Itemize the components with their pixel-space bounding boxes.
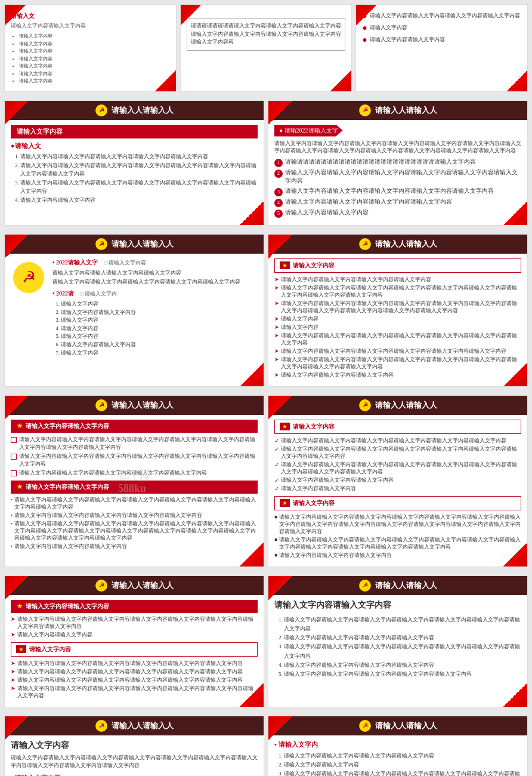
arr-item: ➤请输入文字内容请输入文字内容请输入文字内容请输入文字内容请输入文字内容请输入文…: [11, 669, 258, 676]
arr-item: ➤请输入文字内容请输入文字内容: [11, 632, 258, 639]
banner-text-2: 请输入文字内容: [29, 645, 71, 654]
svg-text:☭: ☭: [363, 402, 368, 408]
list-item: 请输入文字内容: [19, 56, 170, 62]
svg-text:☭: ☭: [363, 582, 368, 589]
svg-text:☭: ☭: [363, 107, 368, 113]
list-item: 请输入文字内容请输入文字内容请输入文字内容请输入文字内容请输入文字内容: [20, 153, 258, 161]
slide-header: ☭ 请输入人请输入人: [5, 396, 264, 415]
list-item: 请输入文字内容: [19, 70, 170, 77]
header-text: 请输入人请输入人: [375, 580, 437, 591]
bullet-item-3: ● 请输入文字内容请输入文字内容: [362, 36, 521, 44]
svg-text:☭: ☭: [363, 722, 368, 729]
list-item: 请输入文字内容请输入文字内容请输入文字内容请输入文字内容请输入文字内容请输入文字…: [284, 769, 521, 776]
party-emblem-icon: ☭: [358, 579, 372, 592]
bullet-item: •请输入文字内容请输入文字内容请输入文字内容请输入文字内容请输入文字内容请输入文…: [11, 497, 258, 511]
chevron-item: ➤请输入文字内容请输入文字内容请输入文字内容请输入文字内容请输入文字内容请输入文…: [274, 285, 521, 299]
slide-header: ☭ 请输入人请输入人: [268, 576, 527, 595]
slide-3-2: ☭ 请输入人请输入人 ★ 请输入文字内容 ➤请输入文字内容请输入文字内容请输入文…: [268, 234, 528, 387]
list-item: 请输入文字内容: [61, 349, 258, 358]
checkbox-list-1: 请输入文字内容请输入文字内容请输入文字内容请输入文字内容请输入文字内容请输入文字…: [11, 436, 258, 477]
check-item: ✓请输入文字内容请输入文字内容: [274, 485, 521, 492]
list-item: 请输入文字内容请输入文字内容请输入文字内容请输入文字内容: [284, 661, 521, 670]
year-label: • 2022请输入文字: [52, 259, 98, 266]
bullet-item-1: ● 请输入文字内容请输入文字内容请输入文字内容请输入文字内容: [362, 12, 521, 20]
chevron-item: ➤请输入文字内容: [274, 324, 521, 331]
svg-text:☭: ☭: [99, 722, 104, 729]
slide-2-2: ☭ 请输入人请输入人 ● 请输2022请输入文字 请输入文字内容请输入文字内容请…: [268, 100, 528, 226]
slide-2-1: ☭ 请输入人请输入人 请输入文字内容 ●请输入文 请输入文字内容请输入文字内容请…: [4, 100, 264, 226]
arr-item: ➤请输入文字内容请输入文字内容请输入文字内容请输入文字内容请输入文字内容请输入文…: [11, 685, 258, 700]
arrow-banner: ● 请输2022请输入文字: [274, 125, 343, 137]
list-item: 请输入文字内容: [19, 63, 170, 69]
slide-header: ☭ 请输入人请输入人: [5, 716, 264, 735]
year-arrow-row: ● 请输2022请输入文字: [274, 125, 521, 137]
svg-text:☭: ☭: [99, 107, 104, 113]
svg-text:☭: ☭: [99, 582, 104, 589]
slide-6-2: ☭ 请输入人请输入人 • 请输入文字内 请输入文字内容请输入文字内容请输入文字内…: [268, 716, 528, 777]
chevron-item: ➤请输入文字内容请输入文字内容请输入文字内容请输入文字内容请输入文字内容请输入文…: [274, 332, 521, 347]
square-list-2: ■请输入文字内容请输入文字内容请输入文字内容请输入文字内容请输入文字内容请输入文…: [274, 514, 521, 559]
header-text: 请输入人请输入人: [375, 105, 437, 116]
red-banner-bottom: ★ 请输入文字内容请输入文字内容: [11, 481, 258, 494]
chk-item: 请输入文字内容请输入文字内容请输入文字内容请输入文字内容请输入文字内容请输入文字…: [11, 436, 258, 451]
arr-item: ➤请输入文字内容请输入文字内容请输入文字内容请输入文字内容请输入文字内容请输入文…: [11, 660, 258, 667]
list-item: 请输入文字内容: [61, 325, 258, 333]
numbered-list: 请输入文字内容请输入文字内容请输入文字内容请输入文字内容请输入文字内容请输入文字…: [274, 615, 521, 679]
slide-1-3: ● 请输入文字内容请输入文字内容请输入文字内容请输入文字内容 ● 请输入文字内容…: [355, 4, 528, 92]
list-item: 请输入文字内容: [61, 316, 258, 325]
bullet-list-2: •请输入文字内容请输入文字内容请输入文字内容请输入文字内容请输入文字内容请输入文…: [11, 497, 258, 550]
header-text: 请输入人请输入人: [375, 720, 437, 731]
chevron-item: ➤请输入文字内容请输入文字内容请输入文字内容: [274, 372, 521, 379]
desc-2: 请输入文字内容请输入文字内容请输入文字内容请输入文字内容请输入文字内容: [52, 278, 258, 286]
slide1-title: 请输入文: [11, 12, 170, 20]
list-item: 请输入文字内容: [19, 48, 170, 54]
sq-item: ■请输入文字内容请输入文字内容请输入文字内容请输入文字内容请输入文字内容请输入文…: [274, 537, 521, 551]
year-row-1: • 2022请输入文字 □ 请输入文字内容: [52, 258, 258, 267]
banner-text: 请输入文字内容: [293, 423, 335, 431]
num-item-3: 3请输入文字内容请输入文字内容请输入文字内容请输入文字内容请输入文字内容: [274, 187, 521, 196]
slide-4-1: ☭ 请输入人请输入人 ★ 请输入文字内容请输入文字内容 请输入文字内容请输入文字…: [4, 395, 264, 567]
slide-header: ☭ 请输入人请输入人: [268, 235, 527, 254]
red-banner-1: 请输入文字内容: [11, 125, 258, 138]
list-item: 请输入文字内容: [19, 41, 170, 47]
num-item-2: 2请输入文字内容请输入文字内容请输入文字内容请输入文字内容请输入文字内容请输入文…: [274, 168, 521, 186]
slide-4-2: ☭ 请输入人请输入人 ★ 请输入文字内容 ✓请输入文字内容请输入文字内容请输入文…: [268, 395, 528, 567]
list-item: 请输入文字内容请输入文字内容: [20, 196, 258, 205]
red-outline-banner: ★ 请输入文字内容: [274, 258, 521, 273]
header-text: 请输入人请输入人: [112, 580, 174, 591]
red-outline-banner-2: ★ 请输入文字内容: [11, 642, 258, 657]
list-item: 请输入文字内容: [19, 78, 170, 84]
list-item: 请输入文字内容: [61, 300, 258, 309]
num-item-1: 1请输请请请请请请请请请请请请请请请请请请请请请请请请输入文字内容: [274, 158, 521, 167]
slide-header: ☭ 请输入人请输入人: [5, 101, 264, 120]
bullet-item: •请输入文字内容请输入文字内容请输入文字内容请输入文字内容请输入文字内容: [11, 512, 258, 519]
list-item: 请输入文字内容请输入文字内容: [61, 309, 258, 317]
num-item-4: 4请输入文字内容请输入文字内容请输入文字内容请输入文字内容: [274, 198, 521, 207]
chevron-list: ➤请输入文字内容请输入文字内容请输入文字内容请输入文字内容 ➤请输入文字内容请输…: [274, 276, 521, 379]
slide-3-1: ☭ 请输入人请输入人 ☭ • 2022请输入文字 □ 请输入文字内容 请输入文字…: [4, 234, 264, 387]
party-emblem-icon: ☭: [95, 104, 108, 117]
slide1-subtitle: 请输入文字内容请输入文字内容: [11, 23, 170, 30]
party-emblem-icon: ☭: [95, 579, 108, 592]
header-text: 请输入人请输入人: [112, 400, 174, 411]
slide-title: 请输入文字内容: [11, 740, 258, 751]
party-emblem-icon: ☭: [95, 399, 108, 412]
num-item-5: 5请输入文字内容请输入文字内容: [274, 208, 521, 218]
bullet-item-2: ● 请输入文字内容: [362, 24, 521, 32]
party-emblem-icon: ☭: [358, 719, 372, 732]
party-emblem-icon: ☭: [358, 104, 372, 117]
star-label: ★: [280, 261, 290, 269]
slide-header: ☭ 请输入人请输入人: [268, 716, 527, 735]
slide-1-2: 请请请请请请请请请入文字内容请输入文字内容请输入文字内容请输入文字内容请输入文字…: [180, 4, 352, 92]
slide-header: ☭ 请输入人请输入人: [268, 396, 527, 415]
svg-text:☭: ☭: [99, 241, 104, 247]
chevron-item: ➤请输入文字内容请输入文字内容请输入文字内容请输入文字内容: [274, 276, 521, 284]
slide-5-2: ☭ 请输入人请输入人 请输入文字内容请输入文字内容 请输入文字内容请输入文字内容…: [268, 575, 528, 707]
chevron-item: ➤请输入文字内容请输入文字内容请输入文字内容请输入文字内容请输入文字内容请输入文…: [274, 348, 521, 355]
list-item: 请输入文字内容请输入文字内容请输入文字内容请输入文字内容请输入文字内容请输入文字…: [284, 642, 521, 661]
check-item: ✓请输入文字内容请输入文字内容请输入文字内容请输入文字内容请输入文字内容请输入文…: [274, 438, 521, 445]
header-text: 请输入人请输入人: [112, 239, 174, 250]
check-item: ✓请输入文字内容请输入文字内容请输入文字内容请输入文字内容请输入文字内容请输入文…: [274, 461, 521, 476]
list-item: 请输入文字内容请输入文字内容请输入文字内容请输入文字内容请输入文字内容请输入文字…: [20, 162, 258, 178]
big-title: 请输入文字内容请输入文字内容: [274, 600, 521, 611]
